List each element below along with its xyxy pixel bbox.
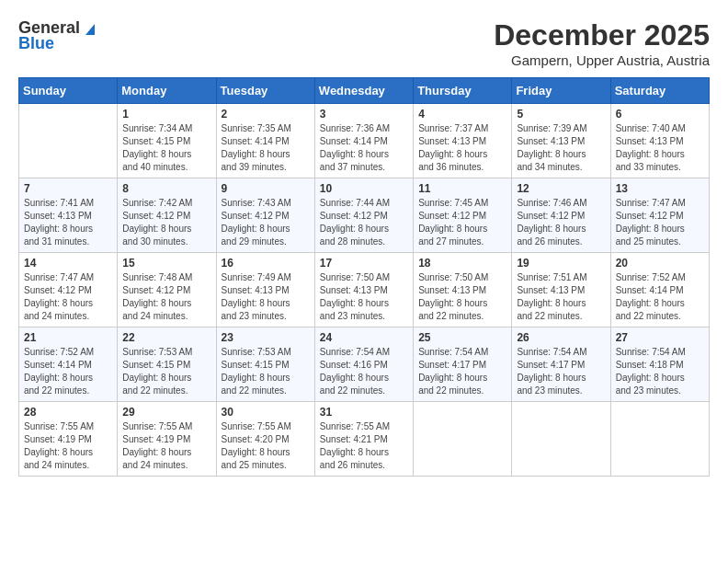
day-number: 23 bbox=[222, 331, 310, 344]
day-info: Sunrise: 7:52 AM Sunset: 4:14 PM Dayligh… bbox=[24, 346, 112, 397]
days-header-row: SundayMondayTuesdayWednesdayThursdayFrid… bbox=[19, 78, 710, 104]
day-info: Sunrise: 7:47 AM Sunset: 4:12 PM Dayligh… bbox=[24, 271, 112, 323]
day-info: Sunrise: 7:49 AM Sunset: 4:13 PM Dayligh… bbox=[222, 271, 310, 323]
day-info: Sunrise: 7:47 AM Sunset: 4:12 PM Dayligh… bbox=[616, 197, 704, 248]
calendar-cell: 1Sunrise: 7:34 AM Sunset: 4:15 PM Daylig… bbox=[118, 104, 216, 178]
day-header-monday: Monday bbox=[118, 78, 216, 104]
week-row-1: 1Sunrise: 7:34 AM Sunset: 4:15 PM Daylig… bbox=[19, 104, 710, 178]
calendar-cell: 10Sunrise: 7:44 AM Sunset: 4:12 PM Dayli… bbox=[314, 178, 413, 253]
day-number: 27 bbox=[616, 331, 704, 344]
day-number: 16 bbox=[222, 257, 310, 270]
calendar-cell: 22Sunrise: 7:53 AM Sunset: 4:15 PM Dayli… bbox=[118, 327, 216, 402]
day-info: Sunrise: 7:40 AM Sunset: 4:13 PM Dayligh… bbox=[616, 122, 704, 174]
day-number: 22 bbox=[122, 331, 210, 344]
calendar-cell: 26Sunrise: 7:54 AM Sunset: 4:17 PM Dayli… bbox=[512, 327, 610, 402]
day-number: 9 bbox=[222, 182, 310, 195]
calendar-cell bbox=[414, 402, 512, 477]
day-info: Sunrise: 7:46 AM Sunset: 4:12 PM Dayligh… bbox=[517, 197, 605, 248]
calendar-cell: 24Sunrise: 7:54 AM Sunset: 4:16 PM Dayli… bbox=[314, 327, 413, 402]
day-info: Sunrise: 7:53 AM Sunset: 4:15 PM Dayligh… bbox=[222, 346, 310, 397]
day-info: Sunrise: 7:44 AM Sunset: 4:12 PM Dayligh… bbox=[320, 197, 408, 248]
calendar-cell: 25Sunrise: 7:54 AM Sunset: 4:17 PM Dayli… bbox=[414, 327, 512, 402]
day-number: 30 bbox=[222, 406, 310, 419]
calendar-cell: 15Sunrise: 7:48 AM Sunset: 4:12 PM Dayli… bbox=[118, 253, 216, 327]
calendar-cell bbox=[610, 402, 709, 477]
day-number: 20 bbox=[616, 257, 704, 270]
calendar-cell: 7Sunrise: 7:41 AM Sunset: 4:13 PM Daylig… bbox=[19, 178, 118, 253]
day-number: 13 bbox=[616, 182, 704, 195]
day-info: Sunrise: 7:50 AM Sunset: 4:13 PM Dayligh… bbox=[418, 271, 506, 323]
calendar-cell bbox=[512, 402, 610, 477]
day-info: Sunrise: 7:39 AM Sunset: 4:13 PM Dayligh… bbox=[517, 122, 605, 174]
day-number: 5 bbox=[517, 108, 605, 121]
day-number: 6 bbox=[616, 108, 704, 121]
day-info: Sunrise: 7:35 AM Sunset: 4:14 PM Dayligh… bbox=[222, 122, 310, 174]
day-number: 14 bbox=[24, 257, 112, 270]
day-info: Sunrise: 7:34 AM Sunset: 4:15 PM Dayligh… bbox=[122, 122, 210, 174]
calendar: SundayMondayTuesdayWednesdayThursdayFrid… bbox=[18, 77, 710, 477]
day-info: Sunrise: 7:50 AM Sunset: 4:13 PM Dayligh… bbox=[320, 271, 408, 323]
day-header-saturday: Saturday bbox=[610, 78, 709, 104]
day-number: 19 bbox=[517, 257, 605, 270]
day-number: 15 bbox=[122, 257, 210, 270]
calendar-cell: 21Sunrise: 7:52 AM Sunset: 4:14 PM Dayli… bbox=[19, 327, 118, 402]
day-header-wednesday: Wednesday bbox=[314, 78, 413, 104]
day-number: 4 bbox=[418, 108, 506, 121]
day-info: Sunrise: 7:54 AM Sunset: 4:16 PM Dayligh… bbox=[320, 346, 408, 397]
calendar-cell: 17Sunrise: 7:50 AM Sunset: 4:13 PM Dayli… bbox=[314, 253, 413, 327]
header: General Blue December 2025 Gampern, Uppe… bbox=[18, 18, 710, 68]
day-number: 1 bbox=[122, 108, 210, 121]
calendar-cell: 2Sunrise: 7:35 AM Sunset: 4:14 PM Daylig… bbox=[216, 104, 314, 178]
calendar-cell: 28Sunrise: 7:55 AM Sunset: 4:19 PM Dayli… bbox=[19, 402, 118, 477]
calendar-cell: 20Sunrise: 7:52 AM Sunset: 4:14 PM Dayli… bbox=[610, 253, 709, 327]
day-info: Sunrise: 7:43 AM Sunset: 4:12 PM Dayligh… bbox=[222, 197, 310, 248]
day-number: 31 bbox=[320, 406, 408, 419]
calendar-cell: 30Sunrise: 7:55 AM Sunset: 4:20 PM Dayli… bbox=[216, 402, 314, 477]
calendar-cell: 5Sunrise: 7:39 AM Sunset: 4:13 PM Daylig… bbox=[512, 104, 610, 178]
logo-blue-text: Blue bbox=[18, 34, 54, 53]
day-info: Sunrise: 7:52 AM Sunset: 4:14 PM Dayligh… bbox=[616, 271, 704, 323]
day-info: Sunrise: 7:45 AM Sunset: 4:12 PM Dayligh… bbox=[418, 197, 506, 248]
day-number: 24 bbox=[320, 331, 408, 344]
day-header-friday: Friday bbox=[512, 78, 610, 104]
day-number: 28 bbox=[24, 406, 112, 419]
day-number: 8 bbox=[122, 182, 210, 195]
day-number: 12 bbox=[517, 182, 605, 195]
week-row-4: 21Sunrise: 7:52 AM Sunset: 4:14 PM Dayli… bbox=[19, 327, 710, 402]
week-row-2: 7Sunrise: 7:41 AM Sunset: 4:13 PM Daylig… bbox=[19, 178, 710, 253]
week-row-5: 28Sunrise: 7:55 AM Sunset: 4:19 PM Dayli… bbox=[19, 402, 710, 477]
day-number: 3 bbox=[320, 108, 408, 121]
calendar-cell: 14Sunrise: 7:47 AM Sunset: 4:12 PM Dayli… bbox=[19, 253, 118, 327]
day-header-sunday: Sunday bbox=[19, 78, 118, 104]
day-header-tuesday: Tuesday bbox=[216, 78, 314, 104]
day-info: Sunrise: 7:48 AM Sunset: 4:12 PM Dayligh… bbox=[122, 271, 210, 323]
day-number: 26 bbox=[517, 331, 605, 344]
calendar-cell: 23Sunrise: 7:53 AM Sunset: 4:15 PM Dayli… bbox=[216, 327, 314, 402]
day-info: Sunrise: 7:54 AM Sunset: 4:18 PM Dayligh… bbox=[616, 346, 704, 397]
day-info: Sunrise: 7:37 AM Sunset: 4:13 PM Dayligh… bbox=[418, 122, 506, 174]
logo: General Blue bbox=[18, 18, 98, 53]
calendar-cell: 18Sunrise: 7:50 AM Sunset: 4:13 PM Dayli… bbox=[414, 253, 512, 327]
day-info: Sunrise: 7:55 AM Sunset: 4:19 PM Dayligh… bbox=[122, 420, 210, 472]
day-info: Sunrise: 7:54 AM Sunset: 4:17 PM Dayligh… bbox=[517, 346, 605, 397]
day-number: 2 bbox=[222, 108, 310, 121]
svg-marker-0 bbox=[85, 24, 95, 35]
day-info: Sunrise: 7:51 AM Sunset: 4:13 PM Dayligh… bbox=[517, 271, 605, 323]
calendar-cell: 31Sunrise: 7:55 AM Sunset: 4:21 PM Dayli… bbox=[314, 402, 413, 477]
calendar-cell: 3Sunrise: 7:36 AM Sunset: 4:14 PM Daylig… bbox=[314, 104, 413, 178]
calendar-cell: 11Sunrise: 7:45 AM Sunset: 4:12 PM Dayli… bbox=[414, 178, 512, 253]
calendar-cell bbox=[19, 104, 118, 178]
calendar-cell: 27Sunrise: 7:54 AM Sunset: 4:18 PM Dayli… bbox=[610, 327, 709, 402]
calendar-cell: 19Sunrise: 7:51 AM Sunset: 4:13 PM Dayli… bbox=[512, 253, 610, 327]
day-info: Sunrise: 7:36 AM Sunset: 4:14 PM Dayligh… bbox=[320, 122, 408, 174]
day-number: 11 bbox=[418, 182, 506, 195]
day-number: 29 bbox=[122, 406, 210, 419]
day-info: Sunrise: 7:55 AM Sunset: 4:21 PM Dayligh… bbox=[320, 420, 408, 472]
calendar-cell: 4Sunrise: 7:37 AM Sunset: 4:13 PM Daylig… bbox=[414, 104, 512, 178]
day-number: 18 bbox=[418, 257, 506, 270]
title-area: December 2025 Gampern, Upper Austria, Au… bbox=[494, 18, 710, 68]
location-title: Gampern, Upper Austria, Austria bbox=[494, 52, 710, 68]
day-number: 17 bbox=[320, 257, 408, 270]
calendar-cell: 6Sunrise: 7:40 AM Sunset: 4:13 PM Daylig… bbox=[610, 104, 709, 178]
day-info: Sunrise: 7:55 AM Sunset: 4:19 PM Dayligh… bbox=[24, 420, 112, 472]
